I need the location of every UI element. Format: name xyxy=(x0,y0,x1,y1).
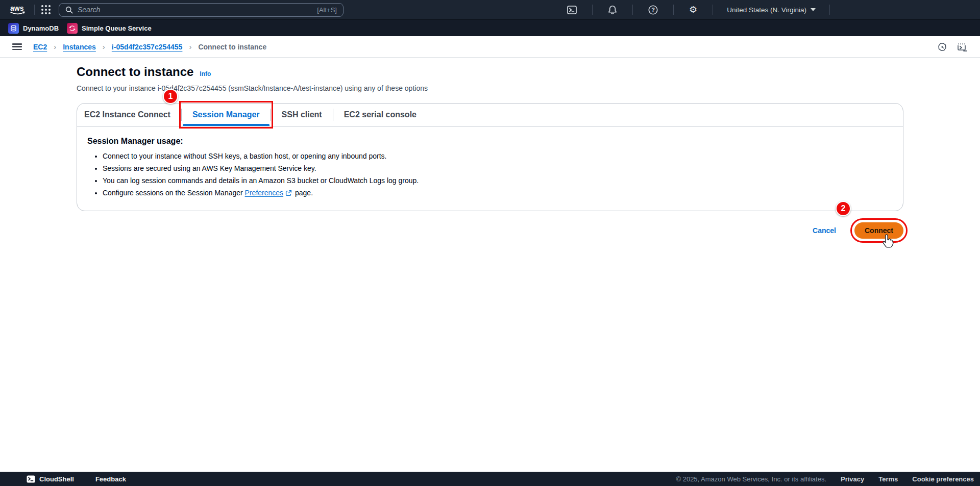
tab-ec2-instance-connect[interactable]: EC2 Instance Connect xyxy=(77,104,181,126)
search-input[interactable]: Search [Alt+S] xyxy=(59,3,344,17)
breadcrumb-instances[interactable]: Instances xyxy=(63,43,96,51)
notifications-bell-icon[interactable] xyxy=(599,5,626,15)
panel-heading: Session Manager usage: xyxy=(87,137,893,146)
connect-button-label: Connect xyxy=(865,226,893,235)
feedback-button[interactable]: Feedback xyxy=(95,475,126,483)
divider xyxy=(632,5,633,15)
external-link-icon xyxy=(285,190,292,196)
console-header: aws Search [Alt+S] ? ⚙ United States (N.… xyxy=(0,0,980,19)
favorite-label: DynamoDB xyxy=(23,24,59,32)
clock-icon[interactable] xyxy=(938,42,947,52)
connect-options-card: EC2 Instance Connect Session Manager 1 S… xyxy=(77,103,903,211)
favorite-sqs[interactable]: Simple Queue Service xyxy=(63,23,156,34)
cloudshell-button[interactable]: CloudShell xyxy=(27,475,74,483)
bullet-text: page. xyxy=(293,189,313,197)
command-palette-icon[interactable] xyxy=(957,42,968,52)
divider xyxy=(713,5,713,15)
page-title: Connect to instance Info xyxy=(77,65,211,79)
region-label: United States (N. Virginia) xyxy=(727,6,806,14)
cookie-preferences-link[interactable]: Cookie preferences xyxy=(912,475,974,483)
action-buttons-row: Cancel Connect 2 xyxy=(77,222,903,239)
aws-logo[interactable]: aws xyxy=(8,4,28,16)
svg-text:?: ? xyxy=(651,7,655,13)
breadcrumb-separator: › xyxy=(54,42,56,51)
copyright-text: © 2025, Amazon Web Services, Inc. or its… xyxy=(676,475,826,483)
mouse-cursor-icon xyxy=(881,234,895,249)
tab-label: EC2 serial console xyxy=(344,110,416,119)
bullet-item: You can log session commands and details… xyxy=(103,176,893,185)
divider xyxy=(673,5,674,15)
settings-gear-icon[interactable]: ⚙ xyxy=(680,5,706,14)
page-title-text: Connect to instance xyxy=(77,65,193,79)
usage-bullet-list: Connect to your instance without SSH key… xyxy=(87,152,893,197)
cloudshell-icon xyxy=(27,475,35,483)
region-selector[interactable]: United States (N. Virginia) xyxy=(720,6,823,14)
search-shortcut-hint: [Alt+S] xyxy=(317,6,337,14)
divider xyxy=(34,5,35,15)
page-description: Connect to your instance i-05d4f2c357c25… xyxy=(77,84,428,92)
console-footer: CloudShell Feedback © 2025, Amazon Web S… xyxy=(0,472,980,486)
breadcrumb-ec2[interactable]: EC2 xyxy=(33,43,47,51)
annotation-step-2-badge: 2 xyxy=(836,201,851,216)
cloudshell-terminal-icon[interactable] xyxy=(558,6,585,14)
breadcrumb-right-icons xyxy=(938,42,968,52)
chevron-down-icon xyxy=(811,8,816,11)
breadcrumb-separator: › xyxy=(189,42,191,51)
dynamodb-icon xyxy=(8,23,19,34)
search-placeholder: Search xyxy=(78,6,317,14)
cloudshell-label: CloudShell xyxy=(39,475,74,483)
favorites-bar: DynamoDB Simple Queue Service xyxy=(0,19,980,36)
services-grid-icon[interactable] xyxy=(41,5,51,14)
footer-right: © 2025, Amazon Web Services, Inc. or its… xyxy=(676,475,974,483)
breadcrumb-bar: EC2 › Instances › i-05d4f2c357c254455 › … xyxy=(0,36,980,58)
svg-text:aws: aws xyxy=(10,4,24,12)
cancel-button[interactable]: Cancel xyxy=(810,226,839,235)
annotation-step-1-badge: 1 xyxy=(163,89,178,104)
favorite-label: Simple Queue Service xyxy=(82,24,152,32)
preferences-link[interactable]: Preferences xyxy=(245,189,283,197)
bullet-item: Sessions are secured using an AWS Key Ma… xyxy=(103,164,893,173)
info-link[interactable]: Info xyxy=(200,70,211,78)
breadcrumb-separator: › xyxy=(103,42,105,51)
privacy-link[interactable]: Privacy xyxy=(841,475,864,483)
session-manager-panel: Session Manager usage: Connect to your i… xyxy=(77,126,903,197)
breadcrumb: EC2 › Instances › i-05d4f2c357c254455 › … xyxy=(33,42,266,51)
connect-button[interactable]: Connect 2 xyxy=(854,222,903,239)
breadcrumb-current: Connect to instance xyxy=(198,43,266,51)
sqs-icon xyxy=(67,23,78,34)
divider xyxy=(829,5,830,15)
hamburger-menu-icon[interactable] xyxy=(12,43,22,50)
divider xyxy=(592,5,593,15)
tab-label: EC2 Instance Connect xyxy=(84,110,170,119)
favorite-dynamodb[interactable]: DynamoDB xyxy=(4,23,63,34)
main-content: Connect to instance Info Connect to your… xyxy=(0,58,980,472)
bullet-text: Configure sessions on the Session Manage… xyxy=(103,189,245,197)
header-right-controls: ? ⚙ United States (N. Virginia) xyxy=(558,5,980,15)
tab-session-manager[interactable]: Session Manager 1 xyxy=(182,104,271,126)
breadcrumb-instance-id[interactable]: i-05d4f2c357c254455 xyxy=(112,43,183,51)
tab-label: SSH client xyxy=(282,110,322,119)
bullet-item: Connect to your instance without SSH key… xyxy=(103,152,893,161)
help-icon[interactable]: ? xyxy=(640,5,667,15)
tab-label: Session Manager xyxy=(192,110,260,119)
search-icon xyxy=(65,6,73,14)
bullet-item: Configure sessions on the Session Manage… xyxy=(103,189,893,197)
connect-tabs: EC2 Instance Connect Session Manager 1 S… xyxy=(77,104,903,126)
terms-link[interactable]: Terms xyxy=(878,475,898,483)
tab-ec2-serial-console[interactable]: EC2 serial console xyxy=(333,104,427,126)
tab-ssh-client[interactable]: SSH client xyxy=(271,104,333,126)
